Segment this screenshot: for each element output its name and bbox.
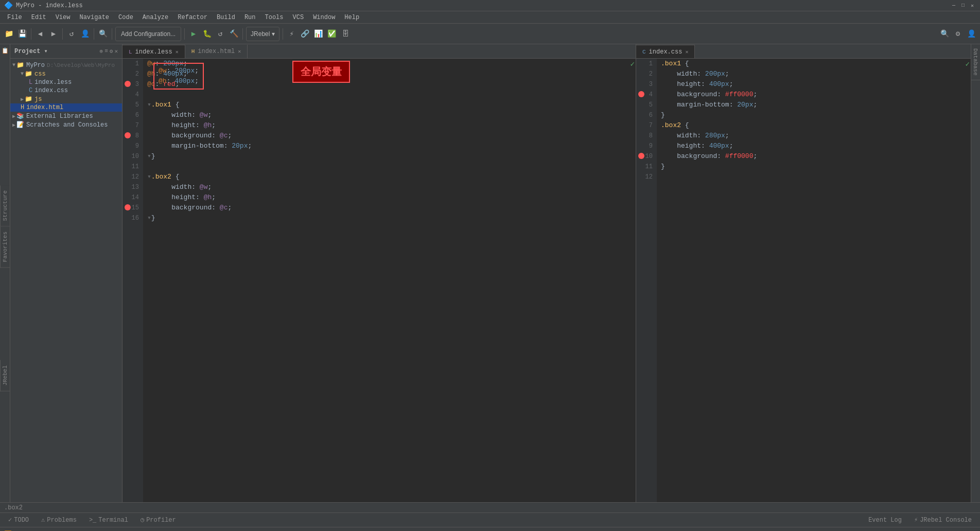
bottom-tab-problems[interactable]: ⚠ Problems	[36, 514, 82, 526]
add-configuration-button[interactable]: Add Configuration...	[115, 27, 181, 41]
menu-navigate[interactable]: Navigate	[75, 13, 113, 22]
project-icon[interactable]: 📋	[2, 47, 9, 54]
toolbar-forward-btn[interactable]: ▶	[48, 28, 59, 40]
toolbar-user-btn[interactable]: 👤	[966, 28, 977, 40]
css-breakpoint-10	[638, 153, 644, 159]
menu-build[interactable]: Build	[213, 13, 239, 22]
toolbar-back-btn[interactable]: ◀	[34, 28, 46, 40]
title-bar-controls: — □ ✕	[950, 2, 976, 9]
toolbar-find-btn[interactable]: 🔍	[97, 28, 109, 40]
sort-icon[interactable]: ≡	[104, 48, 108, 55]
root-path: D:\Develop\Web\MyPro	[47, 62, 115, 68]
less-line-9: 9	[122, 141, 143, 151]
less-code-line-11	[147, 162, 632, 172]
jrebel-button[interactable]: JRebel ▾	[246, 27, 279, 41]
tree-index-html[interactable]: H index.html	[10, 103, 122, 112]
less-tab-close[interactable]: ✕	[176, 49, 179, 55]
menu-help[interactable]: Help	[340, 13, 363, 22]
close-button[interactable]: ✕	[969, 2, 976, 9]
tree-external-libs[interactable]: ▶ 📚 External Libraries	[10, 112, 122, 120]
menu-file[interactable]: File	[3, 13, 26, 22]
favorites-label[interactable]: Favorites	[0, 226, 10, 268]
css-line-3: 3	[636, 79, 657, 90]
root-arrow: ▼	[12, 62, 15, 68]
right-tab-bar: C index.css ✕	[636, 44, 971, 59]
menu-window[interactable]: Window	[309, 13, 339, 22]
collapse-btn-10[interactable]: ▾	[147, 152, 151, 160]
js-folder-arrow: ▶	[21, 96, 24, 102]
css-code-line-9: height: 400px;	[661, 141, 967, 151]
css-line-8: 8	[636, 131, 657, 141]
structure-label[interactable]: Structure	[0, 185, 10, 226]
toolbar-attach-btn[interactable]: 🔗	[300, 28, 311, 40]
collapse-btn-16[interactable]: ▾	[147, 214, 151, 222]
problems-icon: ⚠	[41, 516, 45, 524]
ext-libs-label: External Libraries	[26, 113, 93, 120]
toolbar-settings2-btn[interactable]: ⚙	[952, 28, 964, 40]
toolbar-stop-btn[interactable]: ↺	[215, 28, 226, 40]
tree-index-css[interactable]: C index.css	[10, 86, 122, 95]
menu-tools[interactable]: Tools	[261, 13, 288, 22]
less-code-line-8: background: @c;	[147, 131, 632, 141]
less-line-5: 5	[122, 100, 143, 110]
toolbar-profile-btn[interactable]: 📊	[313, 28, 324, 40]
toolbar-debug-btn[interactable]: 🐛	[201, 28, 213, 40]
event-log-label: Event Log	[868, 517, 902, 524]
gear-icon[interactable]: ⊕	[100, 48, 103, 55]
toolbar-run-btn[interactable]: ▶	[188, 28, 199, 40]
collapse-btn-12[interactable]: ▾	[147, 173, 151, 181]
tree-index-less[interactable]: L index.less	[10, 78, 122, 86]
jrebel-left-label[interactable]: JRebel	[0, 360, 10, 392]
html-tab-close[interactable]: ✕	[238, 48, 241, 55]
toolbar-settings-btn[interactable]: 👤	[79, 28, 91, 40]
close-panel-icon[interactable]: ✕	[114, 48, 118, 55]
jrebel-console-btn[interactable]: ⚡ JRebel Console	[909, 514, 977, 526]
toolbar-sync-btn[interactable]: ↺	[66, 28, 77, 40]
menu-edit[interactable]: Edit	[27, 13, 50, 22]
maximize-button[interactable]: □	[959, 2, 967, 9]
toolbar-save-btn[interactable]: 💾	[16, 28, 28, 40]
menu-vcs[interactable]: VCS	[289, 13, 308, 22]
tree-scratches[interactable]: ▶ 📝 Scratches and Consoles	[10, 120, 122, 129]
bottom-tabs: ✓ TODO ⚠ Problems >_ Terminal ◷ Profiler…	[0, 512, 980, 527]
breakpoint-15	[125, 204, 131, 210]
menu-run[interactable]: Run	[240, 13, 260, 22]
css-folder-icon: 📁	[25, 70, 32, 78]
bottom-tab-terminal[interactable]: >_ Terminal	[84, 514, 133, 526]
less-code-content[interactable]: @w: 200px; @h: 400px; @c: red; ▾.box1 { …	[143, 59, 636, 502]
less-code-line-14: height: @h;	[147, 192, 632, 203]
toolbar-build-btn[interactable]: 🔨	[228, 28, 239, 40]
event-log-btn[interactable]: Event Log	[863, 514, 907, 526]
css-code-content[interactable]: .box1 { width: 200px; height: 400px; bac…	[657, 59, 971, 502]
css-code-line-5: margin-bottom: 20px;	[661, 100, 967, 110]
collapse-btn-5[interactable]: ▾	[147, 101, 151, 109]
toolbar-open-btn[interactable]: 📁	[3, 28, 14, 40]
menu-refactor[interactable]: Refactor	[173, 13, 212, 22]
toolbar-power-btn[interactable]: ⚡	[286, 28, 297, 40]
tab-index-html[interactable]: H index.html ✕	[185, 45, 248, 58]
html-tab-label: index.html	[198, 48, 235, 55]
menu-analyze[interactable]: Analyze	[138, 13, 172, 22]
tab-index-less[interactable]: L index.less ✕	[122, 45, 185, 58]
toolbar-coverage-btn[interactable]: ✅	[326, 28, 338, 40]
toolbar-db-btn[interactable]: 🗄	[340, 28, 351, 40]
minimize-button[interactable]: —	[950, 2, 957, 9]
tab-index-css[interactable]: C index.css ✕	[636, 45, 695, 58]
tree-root[interactable]: ▼ 📁 MyPro D:\Develop\Web\MyPro	[10, 61, 122, 69]
css-tab-icon: C	[642, 49, 646, 55]
filter-icon[interactable]: ⚙	[110, 48, 113, 55]
tree-js-folder[interactable]: ▶ 📁 js	[10, 95, 122, 103]
bottom-tab-todo[interactable]: ✓ TODO	[3, 514, 34, 526]
database-label[interactable]: Database	[971, 44, 980, 80]
project-panel: Project ▾ ⊕ ≡ ⚙ ✕ ▼ 📁 MyPro D:\Develop\W…	[10, 44, 122, 502]
bottom-tab-profiler[interactable]: ◷ Profiler	[135, 514, 181, 526]
css-file-icon: C	[29, 87, 32, 94]
css-tab-close[interactable]: ✕	[685, 49, 688, 55]
menu-code[interactable]: Code	[114, 13, 137, 22]
less-line-4: 4	[122, 90, 143, 100]
tree-root-label: MyPro	[26, 62, 45, 69]
less-file-icon: L	[29, 79, 32, 86]
menu-view[interactable]: View	[51, 13, 75, 22]
tree-css-folder[interactable]: ▼ 📁 css	[10, 69, 122, 78]
toolbar-search-btn[interactable]: 🔍	[939, 28, 950, 40]
